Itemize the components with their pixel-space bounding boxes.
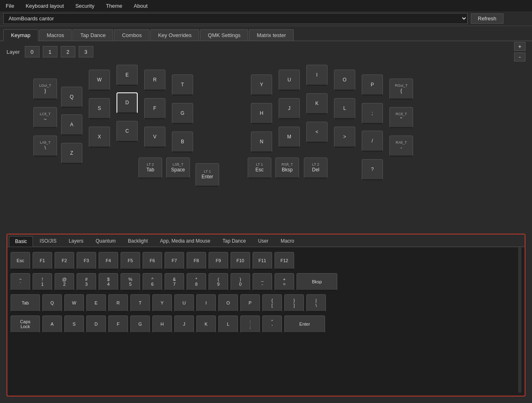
- key-k[interactable]: K: [306, 93, 328, 114]
- km-key-1-6[interactable]: ^ 6: [143, 273, 162, 291]
- km-key-2-3[interactable]: E: [86, 294, 106, 312]
- key-g[interactable]: G: [172, 103, 193, 124]
- tab-matrix-tester[interactable]: Matrix tester: [249, 29, 294, 41]
- tab-tap-dance[interactable]: Tap Dance: [73, 29, 113, 41]
- key-ralt_t[interactable]: RAlt_T-: [389, 136, 413, 157]
- key-lgui_t[interactable]: LGui_T}: [33, 79, 57, 100]
- key-m[interactable]: M: [279, 127, 300, 148]
- key-quest[interactable]: ?: [362, 159, 383, 180]
- tab-combos[interactable]: Combos: [114, 29, 149, 41]
- key-rctl_t[interactable]: RCtl_T": [389, 107, 413, 128]
- key-d[interactable]: D: [117, 92, 138, 114]
- menu-about[interactable]: About: [131, 2, 150, 10]
- km-key-0-9[interactable]: F9: [209, 252, 228, 270]
- km-key-3-0[interactable]: Caps Lock: [11, 315, 40, 333]
- km-key-0-2[interactable]: F2: [55, 252, 74, 270]
- layer-remove-button[interactable]: -: [514, 53, 525, 61]
- menu-theme[interactable]: Theme: [103, 2, 125, 10]
- key-lsft_space[interactable]: LSft_TSpace: [166, 158, 190, 179]
- km-key-3-1[interactable]: A: [42, 315, 62, 333]
- keymap-tab-tap-dance[interactable]: Tap Dance: [217, 236, 251, 247]
- km-key-1-8[interactable]: * 8: [187, 273, 206, 291]
- key-l[interactable]: L: [334, 98, 355, 119]
- km-key-1-12[interactable]: + =: [275, 273, 294, 291]
- key-lalt_t[interactable]: LAlt_T\: [33, 136, 57, 157]
- tab-macros[interactable]: Macros: [39, 29, 72, 41]
- km-key-2-8[interactable]: I: [196, 294, 216, 312]
- keymap-tab-user[interactable]: User: [253, 236, 274, 247]
- km-key-3-10[interactable]: : ;: [240, 315, 260, 333]
- km-key-3-11[interactable]: " ': [262, 315, 282, 333]
- key-lt2_del[interactable]: LT 2Del: [304, 158, 328, 179]
- key-w[interactable]: W: [89, 70, 110, 91]
- km-key-0-6[interactable]: F6: [143, 252, 162, 270]
- layer-add-button[interactable]: +: [514, 42, 525, 51]
- km-key-2-4[interactable]: R: [108, 294, 128, 312]
- key-lctl_t[interactable]: LCtl_T~: [33, 107, 57, 128]
- key-lt1_esc[interactable]: LT 1Esc: [248, 158, 271, 179]
- key-lt1_enter[interactable]: LT 1Enter: [196, 163, 219, 187]
- key-o[interactable]: O: [334, 70, 355, 91]
- km-key-1-10[interactable]: ) 0: [231, 273, 250, 291]
- key-rgui_t[interactable]: RGui_T{: [389, 79, 413, 100]
- key-rsft_bksp[interactable]: RSft_TBksp: [275, 158, 299, 179]
- key-i[interactable]: I: [306, 65, 328, 86]
- key-lt2_tab[interactable]: LT 2Tab: [138, 158, 162, 179]
- keymap-tab-app--media-and-mouse[interactable]: App, Media and Mouse: [154, 236, 216, 247]
- key-a[interactable]: A: [61, 114, 82, 136]
- km-key-3-9[interactable]: L: [218, 315, 238, 333]
- keymap-tab-backlight[interactable]: Backlight: [122, 236, 154, 247]
- key-j[interactable]: J: [279, 98, 300, 119]
- km-key-1-3[interactable]: # 3: [77, 273, 96, 291]
- km-key-0-8[interactable]: F8: [187, 252, 206, 270]
- km-key-3-6[interactable]: H: [152, 315, 172, 333]
- km-key-0-11[interactable]: F11: [253, 252, 272, 270]
- km-key-0-5[interactable]: F5: [121, 252, 140, 270]
- km-key-1-7[interactable]: & 7: [165, 273, 184, 291]
- km-key-0-10[interactable]: F10: [231, 252, 250, 270]
- km-key-2-9[interactable]: O: [218, 294, 238, 312]
- km-key-1-1[interactable]: ! 1: [33, 273, 52, 291]
- layer-btn-0[interactable]: 0: [25, 46, 40, 57]
- km-key-2-2[interactable]: W: [64, 294, 84, 312]
- km-key-3-2[interactable]: S: [64, 315, 84, 333]
- key-lt[interactable]: <: [306, 122, 328, 143]
- km-key-2-10[interactable]: P: [240, 294, 260, 312]
- km-key-0-1[interactable]: F1: [33, 252, 52, 270]
- key-z[interactable]: Z: [61, 143, 82, 164]
- km-key-2-0[interactable]: Tab: [11, 294, 40, 312]
- km-key-3-8[interactable]: K: [196, 315, 216, 333]
- tab-key-overrides[interactable]: Key Overrides: [150, 29, 199, 41]
- layer-btn-1[interactable]: 1: [43, 46, 57, 57]
- km-key-1-11[interactable]: _ -: [253, 273, 272, 291]
- key-c[interactable]: C: [117, 121, 138, 142]
- menu-file[interactable]: File: [3, 2, 17, 10]
- km-key-2-7[interactable]: U: [174, 294, 194, 312]
- layer-btn-2[interactable]: 2: [61, 46, 75, 57]
- key-v[interactable]: V: [144, 127, 165, 148]
- km-key-3-4[interactable]: F: [108, 315, 128, 333]
- km-key-2-13[interactable]: | \: [306, 294, 326, 312]
- keymap-tab-layers[interactable]: Layers: [63, 236, 89, 247]
- tab-keymap[interactable]: Keymap: [3, 29, 38, 41]
- km-key-1-0[interactable]: ~ `: [11, 273, 30, 291]
- refresh-button[interactable]: Refresh: [471, 13, 503, 24]
- key-y[interactable]: Y: [251, 74, 272, 96]
- key-semi[interactable]: ;: [362, 103, 383, 124]
- km-key-1-5[interactable]: % 5: [121, 273, 140, 291]
- keymap-tab-macro[interactable]: Macro: [275, 236, 300, 247]
- key-h[interactable]: H: [251, 103, 272, 124]
- menu-security[interactable]: Security: [73, 2, 97, 10]
- keymap-tab-iso-jis[interactable]: ISO/JIS: [34, 236, 62, 247]
- key-b[interactable]: B: [172, 131, 193, 153]
- km-key-3-12[interactable]: Enter: [284, 315, 325, 333]
- km-key-3-7[interactable]: J: [174, 315, 194, 333]
- km-key-1-9[interactable]: ( 9: [209, 273, 228, 291]
- key-u[interactable]: U: [279, 70, 300, 91]
- key-e[interactable]: E: [117, 65, 138, 86]
- key-p[interactable]: P: [362, 74, 383, 96]
- km-key-0-7[interactable]: F7: [165, 252, 184, 270]
- km-key-2-5[interactable]: T: [130, 294, 150, 312]
- km-key-2-1[interactable]: Q: [42, 294, 62, 312]
- km-key-2-11[interactable]: { [: [262, 294, 282, 312]
